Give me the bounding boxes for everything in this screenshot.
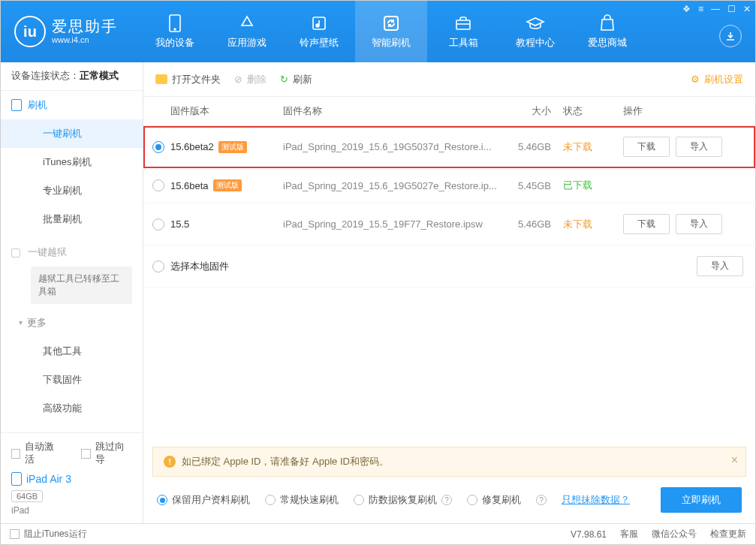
- menu-icon[interactable]: ≡: [698, 4, 703, 14]
- sidebar-batch-flash[interactable]: 批量刷机: [1, 205, 143, 233]
- skip-guide-checkbox[interactable]: [81, 449, 90, 459]
- fw-name: iPad_Spring_2019_15.5_19F77_Restore.ipsw: [283, 218, 503, 230]
- opt-normal-fast[interactable]: 常规快速刷机: [265, 493, 339, 507]
- ipad-icon: [11, 472, 22, 486]
- help-icon-2[interactable]: ?: [536, 495, 547, 505]
- fw-status: 未下载: [563, 218, 623, 231]
- top-tabs: 我的设备 应用游戏 铃声壁纸 智能刷机 工具箱 教程中心 爱思商城: [139, 1, 643, 62]
- beta-badge: 测试版: [218, 141, 247, 153]
- row-radio[interactable]: [152, 141, 164, 153]
- th-version: 固件版本: [170, 104, 283, 118]
- local-firmware-row[interactable]: 选择本地固件 导入: [143, 245, 755, 288]
- erase-only-link[interactable]: 只想抹除数据？: [562, 493, 630, 507]
- flash-now-button[interactable]: 立即刷机: [661, 487, 742, 513]
- beta-badge: 测试版: [213, 179, 242, 191]
- firmware-row[interactable]: 15.5 iPad_Spring_2019_15.5_19F77_Restore…: [143, 203, 755, 245]
- sidebar-itunes-flash[interactable]: iTunes刷机: [1, 148, 143, 176]
- auto-activate-checkbox[interactable]: [11, 449, 20, 459]
- music-icon: [309, 14, 329, 33]
- svg-point-3: [316, 24, 319, 27]
- row-radio[interactable]: [152, 179, 164, 191]
- fw-status: 已下载: [563, 179, 623, 192]
- logo-icon: iu: [14, 16, 46, 47]
- download-button[interactable]: 下载: [623, 214, 670, 234]
- device-name[interactable]: iPad Air 3: [11, 472, 132, 486]
- sidebar-jailbreak: 一键越狱: [1, 238, 143, 266]
- warning-icon: !: [164, 456, 176, 468]
- minimize-icon[interactable]: —: [711, 4, 720, 14]
- statusbar: 阻止iTunes运行 V7.98.61 客服 微信公众号 检查更新: [1, 523, 755, 544]
- fw-name: iPad_Spring_2019_15.6_19G5027e_Restore.i…: [283, 180, 503, 191]
- refresh-button[interactable]: ↻刷新: [280, 73, 312, 86]
- sidebar-download-fw[interactable]: 下载固件: [1, 366, 143, 394]
- reload-icon: ↻: [280, 74, 288, 85]
- firmware-row[interactable]: 15.6beta测试版 iPad_Spring_2019_15.6_19G502…: [143, 168, 755, 203]
- wechat-link[interactable]: 微信公众号: [652, 528, 697, 540]
- fw-name: iPad_Spring_2019_15.6_19G5037d_Restore.i…: [283, 141, 503, 152]
- gear-icon: ⚙: [691, 74, 700, 85]
- notice-text: 如已绑定 Apple ID，请准备好 Apple ID和密码。: [182, 455, 389, 468]
- fw-version: 15.5: [170, 218, 189, 230]
- tab-tutorial[interactable]: 教程中心: [499, 1, 571, 62]
- sidebar-advanced[interactable]: 高级功能: [1, 394, 143, 423]
- phone-icon: [165, 14, 185, 33]
- skin-icon[interactable]: ❖: [682, 4, 691, 14]
- block-itunes-checkbox[interactable]: [10, 529, 20, 539]
- import-button[interactable]: 导入: [676, 214, 722, 234]
- notice-close-icon[interactable]: ×: [731, 453, 738, 467]
- table-header: 固件版本 固件名称 大小 状态 操作: [143, 97, 755, 126]
- flash-settings-button[interactable]: ⚙刷机设置: [691, 73, 743, 86]
- bag-icon: [598, 14, 617, 33]
- opt-keep-data[interactable]: 保留用户资料刷机: [157, 493, 250, 507]
- tab-my-device[interactable]: 我的设备: [139, 1, 211, 62]
- service-link[interactable]: 客服: [620, 528, 638, 540]
- th-name: 固件名称: [283, 104, 503, 118]
- block-itunes-label: 阻止iTunes运行: [24, 528, 87, 540]
- download-indicator-icon[interactable]: [719, 25, 742, 47]
- open-folder-button[interactable]: 打开文件夹: [155, 73, 221, 86]
- import-button[interactable]: 导入: [676, 137, 722, 157]
- firmware-rows: 15.6beta2测试版 iPad_Spring_2019_15.6_19G50…: [143, 126, 755, 447]
- opt-anti-recovery[interactable]: 防数据恢复刷机?: [354, 493, 452, 507]
- version-label: V7.98.61: [571, 529, 607, 540]
- fw-status: 未下载: [563, 140, 623, 154]
- device-capacity: 64GB: [11, 490, 43, 502]
- tab-ringtones[interactable]: 铃声壁纸: [283, 1, 355, 62]
- appstore-icon: [237, 14, 257, 33]
- tab-apps[interactable]: 应用游戏: [211, 1, 283, 62]
- sidebar-other-tools[interactable]: 其他工具: [1, 337, 143, 366]
- app-title: 爱思助手: [52, 19, 118, 34]
- delete-button[interactable]: ⊘删除: [234, 73, 267, 86]
- auto-activate-label: 自动激活: [25, 441, 62, 466]
- refresh-icon: [381, 14, 401, 33]
- folder-icon: [155, 74, 167, 84]
- import-button[interactable]: 导入: [697, 256, 743, 276]
- fw-version: 15.6beta2: [170, 141, 214, 152]
- check-update-link[interactable]: 检查更新: [710, 528, 746, 540]
- svg-point-1: [174, 29, 176, 30]
- help-icon[interactable]: ?: [441, 495, 452, 505]
- tab-toolbox[interactable]: 工具箱: [427, 1, 499, 62]
- sidebar-more[interactable]: 更多: [1, 309, 143, 337]
- opt-repair[interactable]: 修复刷机: [467, 493, 521, 507]
- sidebar-pro-flash[interactable]: 专业刷机: [1, 176, 143, 205]
- tab-store[interactable]: 爱思商城: [571, 1, 643, 62]
- th-op: 操作: [623, 104, 743, 118]
- fw-version: 15.6beta: [170, 180, 209, 191]
- download-button[interactable]: 下载: [623, 137, 670, 157]
- sidebar-flash[interactable]: 刷机: [1, 91, 143, 119]
- maximize-icon[interactable]: ☐: [727, 4, 736, 14]
- tab-flash[interactable]: 智能刷机: [355, 1, 427, 62]
- app-header: iu 爱思助手 www.i4.cn 我的设备 应用游戏 铃声壁纸 智能刷机 工具…: [1, 1, 755, 62]
- sidebar-oneclick-flash[interactable]: 一键刷机: [1, 119, 143, 148]
- close-icon[interactable]: ✕: [743, 4, 751, 14]
- th-status: 状态: [563, 104, 623, 118]
- th-size: 大小: [503, 104, 563, 118]
- row-radio[interactable]: [152, 218, 164, 230]
- fw-size: 5.46GB: [503, 141, 563, 152]
- sidebar-bottom: 自动激活 跳过向导 iPad Air 3 64GB iPad: [1, 432, 143, 523]
- toolbar: 打开文件夹 ⊘删除 ↻刷新 ⚙刷机设置: [143, 62, 755, 97]
- row-radio[interactable]: [152, 260, 164, 272]
- firmware-row[interactable]: 15.6beta2测试版 iPad_Spring_2019_15.6_19G50…: [143, 126, 755, 168]
- logo-block: iu 爱思助手 www.i4.cn: [1, 16, 131, 47]
